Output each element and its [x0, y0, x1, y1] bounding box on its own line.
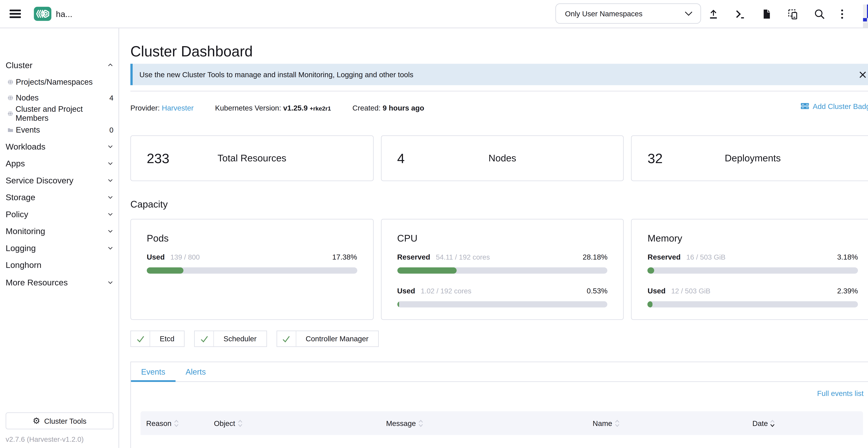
- app-window: ha... Only User Namespaces: [0, 0, 868, 448]
- hamburger-menu-icon[interactable]: [9, 9, 21, 18]
- pods-used-progressbar: [147, 267, 357, 274]
- kubernetes-version-field: Kubernetes Version: v1.25.9 +rke2r1: [215, 104, 331, 112]
- chevron-down-icon: [107, 194, 114, 200]
- memory-reserved-progressbar: [648, 267, 858, 274]
- memory-used-progressbar: [648, 301, 858, 308]
- globe-icon: [7, 95, 13, 101]
- component-status-row: Etcd Scheduler Controller Manager: [130, 330, 379, 347]
- copy-kubeconfig-icon[interactable]: [787, 8, 799, 20]
- etcd-status: Etcd: [130, 330, 185, 347]
- sort-icon: [174, 419, 179, 427]
- sidebar-item-cluster-and-project-members[interactable]: Cluster and Project Members: [0, 106, 119, 121]
- sidebar-section-policy[interactable]: Policy: [0, 206, 119, 221]
- tab-events[interactable]: Events: [131, 362, 175, 381]
- harvester-logo[interactable]: [34, 7, 51, 21]
- page-title: Cluster Dashboard: [130, 43, 253, 60]
- banner-text: Use the new Cluster Tools to manage and …: [140, 70, 413, 79]
- namespace-filter-value: Only User Namespaces: [565, 9, 643, 18]
- header-actions: [708, 0, 844, 28]
- globe-icon: [7, 79, 13, 85]
- sidebar-item-nodes[interactable]: Nodes 4: [0, 90, 119, 105]
- sidebar-item-projects-namespaces[interactable]: Projects/Namespaces: [0, 74, 119, 89]
- check-icon: [195, 331, 214, 347]
- main-content: Cluster Dashboard Use the new Cluster To…: [120, 28, 868, 448]
- column-header-reason[interactable]: Reason: [146, 411, 179, 435]
- total-resources-card[interactable]: 233 Total Resources: [130, 135, 373, 181]
- version-label: v2.7.6 (Harvester-v1.2.0): [6, 436, 84, 444]
- scrollbar-corner: [863, 23, 868, 28]
- sidebar: Cluster Projects/Namespaces: [0, 28, 119, 448]
- cluster-name: ha...: [56, 0, 72, 28]
- column-header-message[interactable]: Message: [386, 411, 423, 435]
- events-count-badge: 0: [110, 125, 114, 134]
- folder-icon: [7, 127, 13, 133]
- search-icon[interactable]: [814, 8, 825, 20]
- provider-link[interactable]: Harvester: [162, 104, 193, 112]
- chevron-down-icon: [107, 228, 114, 234]
- tab-alerts[interactable]: Alerts: [176, 362, 216, 381]
- counter-cards: 233 Total Resources 4 Nodes 32 Deploymen…: [130, 135, 868, 181]
- check-icon: [131, 331, 150, 347]
- sidebar-section-logging[interactable]: Logging: [0, 240, 119, 255]
- import-yaml-icon[interactable]: [708, 8, 719, 20]
- events-panel: Events Alerts Full events list Reason Ob…: [130, 361, 868, 448]
- controller-manager-status: Controller Manager: [276, 330, 379, 347]
- memory-capacity-card: Memory Reserved 16 / 503 GiB 3.18% Used …: [631, 219, 868, 320]
- cluster-meta-row: Provider: Harvester Kubernetes Version: …: [130, 101, 868, 112]
- sidebar-section-more-resources[interactable]: More Resources: [0, 275, 119, 289]
- sidebar-section-service-discovery[interactable]: Service Discovery: [0, 173, 119, 187]
- column-header-object[interactable]: Object: [214, 411, 242, 435]
- kubectl-shell-icon[interactable]: [734, 8, 746, 20]
- kebab-menu-icon[interactable]: [840, 8, 844, 20]
- sort-icon: [615, 419, 620, 427]
- namespace-filter-select[interactable]: Only User Namespaces: [555, 3, 701, 24]
- scheduler-status: Scheduler: [194, 330, 267, 347]
- column-header-date[interactable]: Date: [752, 411, 775, 435]
- chevron-down-icon: [107, 143, 114, 149]
- chevron-up-icon: [107, 62, 114, 68]
- sidebar-section-storage[interactable]: Storage: [0, 189, 119, 204]
- events-tabs: Events Alerts: [131, 362, 868, 382]
- events-table-header: Reason Object Message: [141, 411, 863, 435]
- column-header-name[interactable]: Name: [593, 411, 620, 435]
- sidebar-section-apps[interactable]: Apps: [0, 156, 119, 170]
- globe-icon: [7, 110, 13, 117]
- user-avatar[interactable]: [863, 4, 868, 23]
- close-icon[interactable]: [859, 71, 866, 78]
- sidebar-section-cluster[interactable]: Cluster: [0, 58, 119, 72]
- pods-capacity-card: Pods Used 139 / 800 17.38%: [130, 219, 373, 320]
- sidebar-section-workloads[interactable]: Workloads: [0, 139, 119, 154]
- cpu-capacity-card: CPU Reserved 54.11 / 192 cores 28.18% Us…: [381, 219, 624, 320]
- cpu-reserved-row: Reserved 54.11 / 192 cores 28.18%: [397, 253, 608, 261]
- deployments-card[interactable]: 32 Deployments: [631, 135, 868, 181]
- check-icon: [277, 331, 296, 347]
- cluster-tools-button[interactable]: ⚙ Cluster Tools: [6, 412, 114, 429]
- created-field: Created: 9 hours ago: [352, 104, 424, 112]
- download-kubeconfig-icon[interactable]: [761, 8, 772, 20]
- pods-used-row: Used 139 / 800 17.38%: [147, 253, 357, 261]
- gear-icon: ⚙: [33, 417, 40, 425]
- cpu-used-progressbar: [397, 301, 608, 308]
- nodes-card[interactable]: 4 Nodes: [381, 135, 624, 181]
- chevron-down-icon: [107, 279, 114, 285]
- sidebar-section-longhorn[interactable]: Longhorn: [0, 257, 119, 272]
- chevron-down-icon: [107, 245, 114, 251]
- cpu-used-row: Used 1.02 / 192 cores 0.53%: [397, 287, 608, 295]
- memory-reserved-row: Reserved 16 / 503 GiB 3.18%: [648, 253, 858, 261]
- provider-field: Provider: Harvester: [130, 104, 193, 112]
- capacity-heading: Capacity: [130, 199, 168, 211]
- sidebar-item-events[interactable]: Events 0: [0, 123, 119, 137]
- chevron-down-icon: [107, 160, 114, 166]
- memory-used-row: Used 12 / 503 GiB 2.39%: [648, 287, 858, 295]
- sidebar-section-monitoring[interactable]: Monitoring: [0, 223, 119, 238]
- badge-icon: [800, 101, 809, 110]
- sort-icon: [237, 419, 242, 427]
- cpu-reserved-progressbar: [397, 267, 608, 274]
- divider: [130, 91, 868, 91]
- full-events-list-link[interactable]: Full events list: [817, 389, 864, 398]
- capacity-cards: Pods Used 139 / 800 17.38% CPU Reserved …: [130, 219, 868, 320]
- add-cluster-badge-link[interactable]: Add Cluster Badge: [800, 101, 868, 110]
- top-bar: ha... Only User Namespaces: [0, 0, 868, 28]
- chevron-down-icon: [685, 11, 693, 16]
- nodes-count-badge: 4: [110, 93, 114, 102]
